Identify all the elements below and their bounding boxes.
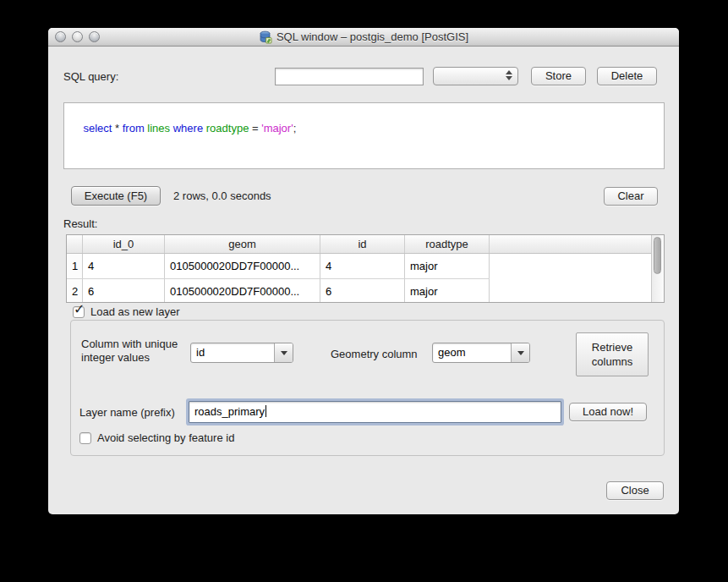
result-table[interactable]: id_0 geom id roadtype 1 4 0105000020DD7F… (66, 234, 665, 303)
scrollbar-thumb[interactable] (654, 237, 661, 274)
geometry-column-label: Geometry column (331, 348, 418, 360)
geometry-column-value: geom (438, 343, 466, 362)
result-table-header[interactable]: id_0 geom id roadtype (67, 235, 651, 254)
layer-name-input[interactable]: roads_primary (189, 401, 561, 423)
load-options-groupbox: Column with unique integer values id Geo… (70, 320, 665, 456)
corner-header-cell (67, 235, 83, 253)
store-button[interactable]: Store (531, 67, 586, 85)
minimize-window-icon[interactable] (72, 31, 83, 42)
close-button[interactable]: Close (606, 481, 664, 500)
vertical-scrollbar[interactable] (651, 235, 664, 302)
database-icon (259, 30, 272, 44)
avoid-fid-checkbox[interactable]: ✓ Avoid selecting by feature id (79, 431, 234, 444)
cell-id[interactable]: 6 (320, 279, 405, 302)
cell-id_0[interactable]: 4 (83, 254, 165, 278)
cell-roadtype[interactable]: major (405, 254, 490, 278)
row-number: 1 (67, 254, 83, 278)
load-as-new-layer-checkbox[interactable]: ✓ Load as new layer (73, 305, 180, 318)
table-row[interactable]: 2 6 0105000020DD7F00000... 6 major (67, 279, 490, 302)
table-row[interactable]: 1 4 0105000020DD7F00000... 4 major (67, 254, 490, 279)
avoid-fid-label: Avoid selecting by feature id (97, 431, 234, 444)
header-filler (490, 235, 651, 253)
row-number: 2 (67, 279, 83, 302)
load-as-new-layer-label: Load as new layer (90, 305, 180, 318)
delete-button[interactable]: Delete (597, 67, 657, 85)
load-now-button[interactable]: Load now! (569, 403, 647, 421)
unique-column-combobox[interactable]: id (190, 343, 293, 363)
column-header-id_0[interactable]: id_0 (83, 235, 165, 253)
sql-window: SQL window – postgis_demo [PostGIS] SQL … (48, 28, 679, 514)
stored-query-dropdown[interactable] (433, 67, 518, 85)
unique-column-label: Column with unique integer values (81, 338, 195, 365)
layer-name-label: Layer name (prefix) (79, 406, 175, 419)
unique-column-value: id (196, 343, 205, 362)
cell-id_0[interactable]: 6 (83, 279, 165, 302)
sql-editor[interactable]: select * from lines where roadtype = 'ma… (63, 102, 665, 169)
cell-geom[interactable]: 0105000020DD7F00000... (165, 279, 320, 302)
text-caret (265, 405, 266, 417)
result-label: Result: (63, 217, 97, 230)
geometry-column-combobox[interactable]: geom (432, 343, 530, 363)
checkmark-icon: ✓ (74, 301, 85, 317)
result-status-text: 2 rows, 0.0 seconds (173, 189, 271, 202)
cell-id[interactable]: 4 (320, 254, 405, 278)
popup-stepper-icon (506, 70, 512, 80)
column-header-geom[interactable]: geom (165, 235, 320, 253)
query-name-input[interactable] (275, 68, 424, 85)
retrieve-columns-button[interactable]: Retrieve columns (576, 332, 649, 376)
close-window-icon[interactable] (55, 31, 66, 42)
titlebar[interactable]: SQL window – postgis_demo [PostGIS] (48, 28, 679, 47)
zoom-window-icon[interactable] (89, 31, 100, 42)
sql-code-line: select * from lines where roadtype = 'ma… (83, 122, 296, 135)
chevron-down-icon[interactable] (511, 343, 529, 362)
sql-query-label: SQL query: (63, 70, 118, 83)
column-header-id[interactable]: id (320, 235, 405, 253)
clear-button[interactable]: Clear (604, 187, 658, 206)
chevron-down-icon[interactable] (274, 343, 293, 362)
cell-roadtype[interactable]: major (405, 279, 490, 302)
cell-geom[interactable]: 0105000020DD7F00000... (165, 254, 320, 278)
window-title: SQL window – postgis_demo [PostGIS] (276, 30, 468, 43)
layer-name-value: roads_primary (194, 405, 265, 418)
execute-button[interactable]: Execute (F5) (71, 186, 161, 206)
column-header-roadtype[interactable]: roadtype (405, 235, 490, 253)
